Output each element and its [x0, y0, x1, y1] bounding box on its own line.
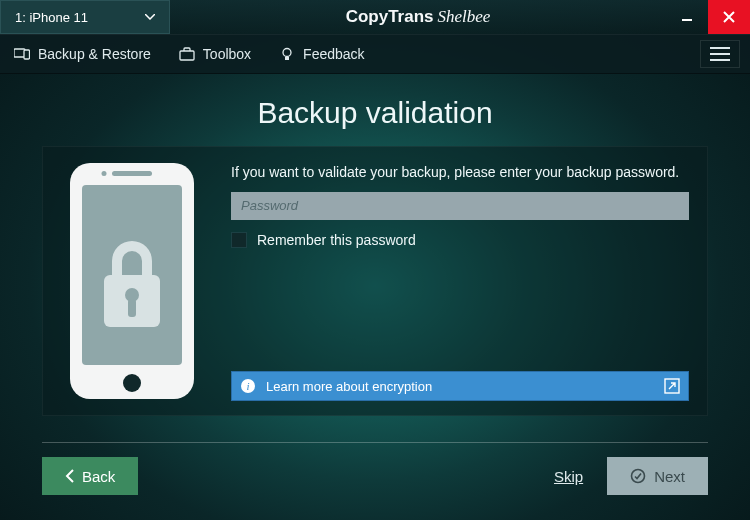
svg-point-11: [123, 374, 141, 392]
tab-label: Backup & Restore: [38, 46, 151, 62]
card-content: If you want to validate your backup, ple…: [231, 161, 689, 401]
validation-card: If you want to validate your backup, ple…: [42, 146, 708, 416]
remember-checkbox[interactable]: [231, 232, 247, 248]
remember-row: Remember this password: [231, 232, 689, 248]
window-controls: [666, 0, 750, 34]
tab-label: Toolbox: [203, 46, 251, 62]
page-title: Backup validation: [0, 96, 750, 130]
menu-button[interactable]: [700, 40, 740, 68]
close-button[interactable]: [708, 0, 750, 34]
svg-point-4: [283, 49, 291, 57]
titlebar: 1: iPhone 11 CopyTrans Shelbee: [0, 0, 750, 34]
svg-rect-16: [128, 299, 136, 317]
footer: Back Skip Next: [0, 443, 750, 495]
svg-rect-12: [112, 171, 152, 176]
phone-lock-icon: [66, 161, 198, 401]
chevron-left-icon: [65, 469, 74, 483]
learn-more-banner[interactable]: i Learn more about encryption: [231, 371, 689, 401]
remember-label: Remember this password: [257, 232, 416, 248]
svg-rect-5: [285, 57, 289, 60]
next-button[interactable]: Next: [607, 457, 708, 495]
tab-toolbox[interactable]: Toolbox: [175, 46, 255, 62]
tabbar: Backup & Restore Toolbox Feedback: [0, 34, 750, 74]
svg-rect-2: [24, 50, 30, 59]
back-label: Back: [82, 468, 115, 485]
back-button[interactable]: Back: [42, 457, 138, 495]
next-label: Next: [654, 468, 685, 485]
tab-backup-restore[interactable]: Backup & Restore: [10, 46, 155, 62]
phone-illustration: [57, 161, 207, 401]
brand-shelbee: Shelbee: [438, 7, 491, 27]
prompt-text: If you want to validate your backup, ple…: [231, 163, 689, 182]
device-dropdown[interactable]: 1: iPhone 11: [0, 0, 170, 34]
learn-more-label: Learn more about encryption: [266, 379, 432, 394]
device-label: 1: iPhone 11: [15, 10, 88, 25]
toolbox-icon: [179, 46, 195, 62]
svg-point-13: [102, 171, 107, 176]
info-icon: i: [240, 378, 256, 394]
minimize-button[interactable]: [666, 0, 708, 34]
external-link-icon: [664, 378, 680, 394]
tab-label: Feedback: [303, 46, 364, 62]
svg-rect-3: [180, 51, 194, 60]
app-brand: CopyTrans Shelbee: [170, 0, 666, 34]
chevron-down-icon: [145, 14, 155, 20]
password-input[interactable]: [231, 192, 689, 220]
devices-icon: [14, 46, 30, 62]
brand-copytrans: CopyTrans: [346, 7, 434, 27]
skip-link[interactable]: Skip: [554, 468, 583, 485]
hamburger-icon: [710, 47, 730, 61]
svg-text:i: i: [246, 380, 249, 392]
lightbulb-icon: [279, 46, 295, 62]
tab-feedback[interactable]: Feedback: [275, 46, 368, 62]
check-circle-icon: [630, 468, 646, 484]
